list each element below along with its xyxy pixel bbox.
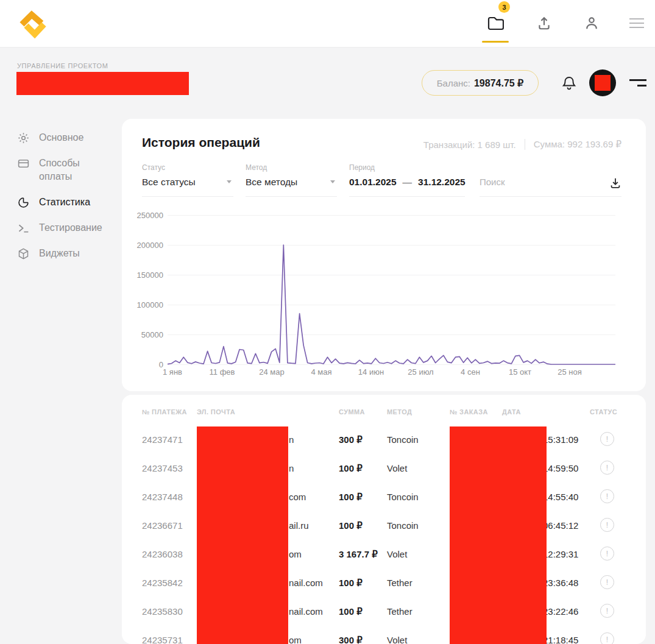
download-icon[interactable] (609, 176, 622, 189)
x-axis-tick-label: 1 янв (163, 367, 182, 377)
active-tab-underline (482, 41, 509, 43)
exclamation-circle-icon[interactable]: ! (600, 575, 614, 589)
sidebar-item-label: Основное (39, 131, 83, 144)
card-icon (17, 157, 30, 170)
method-filter-label: Метод (246, 163, 267, 172)
exclamation-circle-icon[interactable]: ! (600, 547, 614, 561)
exclamation-circle-icon[interactable]: ! (600, 489, 614, 503)
app-logo-icon[interactable] (15, 7, 48, 40)
x-axis-tick-label: 24 мар (259, 367, 284, 377)
email-fragment-cell: com (289, 492, 306, 502)
project-name-redaction[interactable] (16, 72, 189, 95)
sidebar-item-methods[interactable]: Способы оплаты (17, 150, 115, 189)
period-dash: — (403, 177, 412, 188)
amount-cell: 100 ₽ (339, 463, 363, 474)
history-card: История операций Транзакций: 1 689 шт. С… (122, 119, 646, 391)
avatar-redaction (595, 75, 611, 91)
sidebar-item-widgets[interactable]: Виджеты (17, 241, 115, 266)
page-title: История операций (142, 135, 260, 150)
method-cell: Volet (387, 463, 407, 473)
transactions-count-stat: Транзакций: 1 689 шт. (423, 140, 516, 150)
email-fragment-cell: n (289, 463, 294, 473)
sidebar-nav: ОсновноеСпособы оплатыСтатистикаТестиров… (17, 125, 115, 266)
exclamation-circle-icon[interactable]: ! (600, 604, 614, 618)
time-cell: 15:31:09 (543, 434, 578, 445)
y-axis-tick-label: 150000 (137, 271, 163, 280)
x-axis-tick-label: 25 июл (408, 367, 433, 377)
pie-icon (17, 196, 30, 209)
method-cell: Volet (387, 549, 407, 559)
method-filter-select[interactable]: Все методы (246, 177, 297, 188)
balance-label: Баланс: (437, 78, 470, 88)
time-cell: 14:55:40 (543, 492, 578, 502)
method-cell: Tether (387, 578, 412, 588)
status-filter-label: Статус (142, 163, 165, 172)
chart-plot-area (168, 215, 615, 364)
x-axis-tick-label: 15 окт (509, 367, 531, 377)
method-cell: Toncoin (387, 492, 419, 502)
sidebar-item-label: Статистика (39, 196, 90, 209)
col-email-header: ЭЛ. ПОЧТА (197, 408, 235, 416)
payment-id-cell: 24235731 (142, 635, 183, 644)
x-axis-tick-label: 25 ноя (558, 367, 582, 377)
balance-pill[interactable]: Баланс: 19874.75 ₽ (422, 70, 539, 96)
y-axis-tick-label: 200000 (137, 241, 163, 250)
menu-icon[interactable] (627, 13, 646, 33)
x-axis-tick-label: 4 мая (311, 367, 331, 377)
amount-cell: 300 ₽ (339, 434, 363, 445)
payment-id-cell: 24237471 (142, 434, 183, 445)
col-payment-header: № ПЛАТЕЖА (142, 408, 187, 416)
amount-cell: 3 167.7 ₽ (339, 549, 378, 560)
projects-folder-icon[interactable] (486, 13, 505, 33)
exclamation-circle-icon[interactable]: ! (600, 518, 614, 532)
period-to-input[interactable]: 31.12.2025 (418, 177, 466, 188)
sidebar-item-testing[interactable]: Тестирование (17, 215, 115, 241)
profile-icon[interactable] (582, 13, 601, 33)
chevron-down-icon[interactable] (227, 180, 232, 183)
email-fragment-cell: n (289, 434, 294, 445)
exclamation-circle-icon[interactable]: ! (600, 632, 614, 644)
col-date-header: ДАТА (502, 408, 521, 416)
x-axis-tick-label: 11 фев (210, 367, 235, 377)
method-filter-underline (246, 196, 337, 197)
search-underline (480, 196, 621, 197)
cube-icon (17, 247, 30, 260)
time-cell: 14:59:50 (543, 463, 578, 473)
chevron-down-icon[interactable] (330, 180, 335, 183)
time-cell: 06:45:12 (543, 520, 578, 531)
balance-value: 19874.75 ₽ (474, 77, 523, 89)
col-amount-header: СУММА (339, 408, 365, 416)
search-input[interactable] (480, 177, 595, 187)
email-fragment-cell: nail.com (289, 606, 323, 617)
notifications-bell-icon[interactable] (562, 76, 576, 91)
y-axis-tick-label: 100000 (137, 300, 163, 310)
time-cell: 23:22:46 (543, 606, 578, 617)
settings-lines-icon[interactable] (629, 78, 646, 88)
user-avatar[interactable] (589, 69, 616, 96)
exclamation-circle-icon[interactable]: ! (600, 432, 614, 446)
sidebar-item-label: Способы оплаты (39, 157, 115, 183)
email-fragment-cell: om (289, 635, 302, 644)
exclamation-circle-icon[interactable]: ! (600, 461, 614, 475)
period-from-input[interactable]: 01.01.2025 (349, 177, 397, 188)
sum-stat: Сумма: 992 193.69 ₽ (534, 139, 621, 150)
status-filter-select[interactable]: Все статусы (142, 177, 196, 188)
amount-cell: 100 ₽ (339, 520, 363, 531)
payment-id-cell: 24235842 (142, 578, 183, 588)
col-method-header: МЕТОД (387, 408, 412, 416)
time-cell: 12:29:31 (543, 549, 578, 559)
amount-cell: 300 ₽ (339, 635, 363, 644)
payment-id-cell: 24237453 (142, 463, 183, 473)
amount-cell: 100 ₽ (339, 578, 363, 589)
chart-x-axis: 1 янв11 фев24 мар4 мая14 июн25 июл4 сен1… (122, 367, 646, 380)
payment-id-cell: 24237448 (142, 492, 183, 502)
gear-icon (17, 131, 30, 144)
upload-icon[interactable] (534, 13, 554, 33)
y-axis-tick-label: 50000 (141, 330, 163, 339)
time-cell: 23:36:48 (543, 578, 578, 588)
sidebar-item-main[interactable]: Основное (17, 125, 115, 150)
chart-y-axis: 250000200000150000100000500000 (130, 211, 163, 369)
stats-divider (525, 139, 525, 150)
col-status-header: СТАТУС (590, 408, 617, 416)
sidebar-item-statistics[interactable]: Статистика (17, 189, 115, 215)
